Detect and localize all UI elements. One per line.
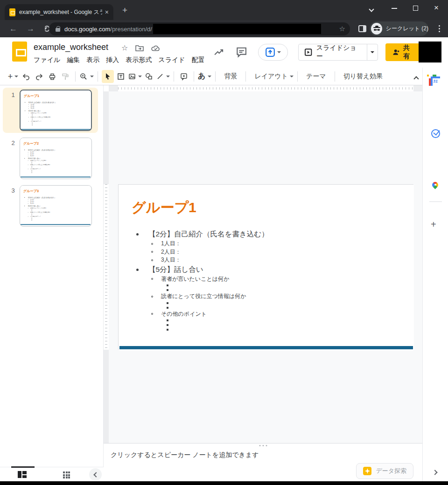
side-panel-icon[interactable]: [358, 25, 366, 32]
bullet-line: [167, 318, 408, 323]
address-bar[interactable]: docs.google.com /presentation/d/ ☆: [49, 22, 350, 35]
bullet-text: 読者にとって役に立つ情報は何か: [30, 211, 51, 213]
slide-title[interactable]: グループ1: [132, 199, 196, 216]
browser-menu-icon[interactable]: [439, 25, 440, 32]
bullet-marker: [151, 296, 153, 298]
bookmark-star-icon[interactable]: ☆: [339, 25, 345, 33]
slide-title[interactable]: グループ3: [23, 189, 39, 193]
share-button[interactable]: 共有: [385, 43, 422, 61]
explore-button[interactable]: データ探索: [356, 463, 413, 479]
bullet-text: 2人目：: [161, 248, 181, 256]
present-dropdown-caret[interactable]: [277, 51, 281, 55]
menu-file[interactable]: ファイル: [34, 55, 60, 65]
text-box-button[interactable]: [115, 70, 127, 83]
slide-thumbnail[interactable]: 3グループ3【2分】自己紹介（氏名を書き込む）1人目：2人目：3人目：【5分】話…: [3, 183, 98, 229]
window-minimize-button[interactable]: [392, 5, 399, 12]
theme-button[interactable]: テーマ: [301, 70, 331, 83]
present-to-meet-button[interactable]: [258, 44, 288, 61]
menu-insert[interactable]: 挿入: [106, 55, 119, 65]
slide-body-text[interactable]: 【2分】自己紹介（氏名を書き込む）1人目：2人目：3人目：【5分】話し合い著者が…: [20, 149, 89, 173]
side-apps-panel: 31 +: [422, 68, 448, 481]
tab-close-icon[interactable]: ×: [105, 8, 109, 16]
document-title[interactable]: example_worksheet: [34, 42, 108, 52]
insert-shape-button[interactable]: [143, 70, 155, 83]
comments-icon[interactable]: [236, 47, 247, 58]
window-maximize-button[interactable]: [413, 5, 420, 12]
share-label: 共有: [403, 44, 416, 61]
layout-button[interactable]: レイアウト: [250, 70, 294, 83]
slide-thumbnail-preview[interactable]: グループ2【2分】自己紹介（氏名を書き込む）1人目：2人目：3人目：【5分】話し…: [20, 138, 92, 179]
bullet-marker: [32, 171, 32, 172]
bullet-marker: [32, 166, 32, 166]
undo-button[interactable]: [20, 70, 32, 83]
redo-button[interactable]: [33, 70, 45, 83]
slide-content: グループ1【2分】自己紹介（氏名を書き込む）1人目：2人目：3人目：【5分】話し…: [21, 90, 91, 130]
bullet-text: 読者にとって役に立つ情報は何か: [161, 292, 246, 300]
collapse-filmstrip-button[interactable]: [89, 468, 102, 481]
browser-tab[interactable]: example_worksheet - Google スラ ×: [5, 4, 113, 20]
slide-title[interactable]: グループ2: [23, 141, 39, 146]
menu-arrange[interactable]: 配置: [192, 55, 205, 65]
bullet-line: 読者にとって役に立つ情報は何か: [151, 292, 408, 301]
slide-thumbnail[interactable]: 1グループ1【2分】自己紹介（氏名を書き込む）1人目：2人目：3人目：【5分】話…: [3, 88, 98, 133]
activity-trend-icon[interactable]: [213, 47, 224, 58]
zoom-button[interactable]: [79, 70, 94, 83]
slideshow-dropdown-caret[interactable]: [367, 44, 378, 60]
account-avatar[interactable]: [419, 42, 441, 62]
menu-view[interactable]: 表示: [86, 55, 99, 65]
slide-thumbnail-preview[interactable]: グループ1【2分】自己紹介（氏名を書き込む）1人目：2人目：3人目：【5分】話し…: [20, 90, 92, 131]
new-tab-button[interactable]: +: [122, 6, 127, 14]
url-path: /presentation/d/: [110, 26, 152, 33]
new-slide-button[interactable]: +: [7, 70, 19, 83]
insert-line-button[interactable]: [156, 70, 170, 83]
paint-format-button[interactable]: [59, 70, 71, 83]
get-addons-button[interactable]: +: [431, 219, 436, 230]
star-document-icon[interactable]: ☆: [121, 43, 128, 52]
sidebar-divider: [429, 201, 442, 202]
speaker-notes-panel: クリックするとスピーカー ノートを追加できます データ探索: [104, 443, 422, 481]
share-person-icon: [392, 48, 400, 56]
move-folder-icon[interactable]: [135, 45, 144, 51]
bullet-line: 【2分】自己紹介（氏名を書き込む）: [136, 229, 408, 240]
back-button[interactable]: ←: [9, 24, 17, 34]
text-format-button[interactable]: あ: [198, 70, 211, 83]
slide-thumbnail[interactable]: 2グループ2【2分】自己紹介（氏名を書き込む）1人目：2人目：3人目：【5分】話…: [3, 136, 98, 181]
print-button[interactable]: [46, 70, 58, 83]
cloud-status-icon[interactable]: [151, 45, 161, 51]
slideshow-button[interactable]: スライドショー: [299, 44, 366, 61]
background-button[interactable]: 背景: [219, 70, 242, 83]
slides-logo-icon[interactable]: [12, 42, 27, 62]
view-switch-bar: [0, 467, 104, 481]
show-side-panel-chevron[interactable]: [433, 468, 437, 476]
menu-slide[interactable]: スライド: [158, 55, 185, 65]
grid-view-button[interactable]: [63, 471, 70, 478]
hide-menus-chevron[interactable]: [414, 74, 418, 83]
forward-button[interactable]: →: [27, 24, 35, 34]
add-comment-button[interactable]: [178, 70, 190, 83]
notes-resize-handle[interactable]: [259, 445, 267, 446]
window-menu-icon[interactable]: [370, 5, 377, 12]
speaker-notes-placeholder[interactable]: クリックするとスピーカー ノートを追加できます: [111, 451, 259, 459]
transition-button[interactable]: 切り替え効果: [339, 70, 388, 83]
menu-edit[interactable]: 編集: [67, 55, 80, 65]
slide-body-text[interactable]: 【2分】自己紹介（氏名を書き込む）1人目：2人目：3人目：【5分】話し合い著者が…: [119, 229, 408, 332]
window-close-button[interactable]: ×: [434, 5, 441, 12]
bullet-line: 1人目：: [151, 240, 408, 248]
bullet-marker: [24, 150, 25, 150]
bullet-line: [167, 323, 408, 327]
ruler-corner: [104, 85, 109, 91]
slide-body-text[interactable]: 【2分】自己紹介（氏名を書き込む）1人目：2人目：3人目：【5分】話し合い著者が…: [20, 196, 89, 221]
thumbnail-clip: グループ1【2分】自己紹介（氏名を書き込む）1人目：2人目：3人目：【5分】話し…: [21, 90, 91, 131]
explore-label: データ探索: [376, 467, 406, 475]
slide-title[interactable]: グループ1: [24, 94, 39, 98]
lock-icon[interactable]: [56, 26, 60, 32]
insert-image-button[interactable]: [128, 70, 142, 83]
select-tool-button[interactable]: [102, 70, 114, 83]
current-slide[interactable]: グループ1【2分】自己紹介（氏名を書き込む）1人目：2人目：3人目：【5分】話し…: [118, 184, 413, 350]
filmstrip-view-button[interactable]: [18, 471, 27, 478]
incognito-profile-chip[interactable]: シークレット (2): [370, 21, 428, 36]
menu-format[interactable]: 表示形式: [126, 55, 152, 65]
slide-thumbnail-preview[interactable]: グループ3【2分】自己紹介（氏名を書き込む）1人目：2人目：3人目：【5分】話し…: [20, 185, 92, 227]
bullet-text: 3人目：: [161, 256, 181, 264]
slide-body-text[interactable]: 【2分】自己紹介（氏名を書き込む）1人目：2人目：3人目：【5分】話し合い著者が…: [21, 101, 90, 126]
